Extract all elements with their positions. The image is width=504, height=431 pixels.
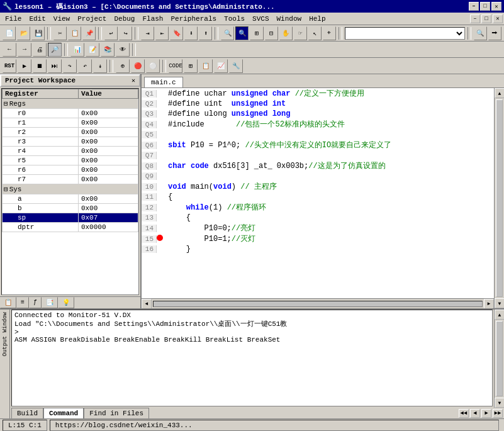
rst-btn[interactable]: RST: [3, 59, 16, 73]
inner-close-btn[interactable]: ✕: [493, 14, 503, 23]
h-scrollbar[interactable]: ◄ ►: [142, 298, 494, 308]
minimize-button[interactable]: –: [469, 2, 479, 11]
view-btn2[interactable]: ⊟: [265, 26, 278, 40]
run-btn[interactable]: ▶: [18, 59, 31, 73]
search-btn[interactable]: 🔍: [474, 26, 487, 40]
panel-close-btn[interactable]: ✕: [132, 77, 135, 84]
code-line: 12 while(1) //程序循环: [142, 202, 494, 213]
out-scroll-left2[interactable]: ◄: [470, 409, 480, 418]
save-btn[interactable]: 💾: [31, 26, 45, 40]
scroll-down-btn[interactable]: ▼: [495, 298, 504, 308]
perf-btn[interactable]: 📈: [214, 59, 228, 73]
menu-debug[interactable]: Debug: [110, 14, 138, 24]
outdent-btn[interactable]: ⇤: [155, 26, 169, 40]
disasm-btn[interactable]: ⊞: [184, 59, 198, 73]
select-btn[interactable]: ↖: [308, 26, 322, 40]
scroll-right-btn[interactable]: ►: [484, 299, 494, 309]
back-btn[interactable]: ←: [3, 43, 16, 57]
step-into-btn[interactable]: ↡: [93, 59, 107, 73]
menu-svcs[interactable]: SVCS: [249, 14, 272, 24]
reg-view-btn[interactable]: 📊: [70, 43, 84, 57]
scroll-left-btn[interactable]: ◄: [142, 299, 152, 309]
menu-project[interactable]: Project: [74, 14, 110, 24]
bookmark-prev-btn[interactable]: ⬆: [199, 26, 212, 40]
menu-tools[interactable]: Tools: [220, 14, 249, 24]
mem-btn[interactable]: 📋: [199, 59, 213, 73]
goto-btn[interactable]: ⮕: [488, 26, 501, 40]
editor-area: main.c Q1#define uchar unsigned char //定…: [142, 74, 504, 308]
cursor-btn[interactable]: ⌖: [323, 26, 336, 40]
step-out-btn[interactable]: ↶: [78, 59, 92, 73]
paste-btn[interactable]: 📌: [82, 26, 96, 40]
out-scroll-up[interactable]: ▲: [495, 310, 504, 320]
menu-edit[interactable]: Edit: [25, 14, 49, 24]
out-scroll-right2[interactable]: ►: [481, 409, 491, 418]
toolbar-1: 📄 📂 💾 ✂ 📋 📌 ↩ ↪ ⇥ ⇤ 🔖 ⬇ ⬆ 🔍 🔍 ⊞ ⊟ ✋ ☞ ↖ …: [0, 25, 504, 42]
stack-btn[interactable]: 📚: [101, 43, 115, 57]
output-tab-command[interactable]: Command: [43, 408, 84, 418]
hand-tool[interactable]: ✋: [279, 26, 293, 40]
open-btn[interactable]: 📂: [17, 26, 30, 40]
out-scroll-left[interactable]: ◄◄: [459, 409, 469, 418]
out-scroll-down[interactable]: ▼: [495, 398, 504, 408]
scroll-up-btn[interactable]: ▲: [495, 88, 504, 98]
out-scroll-right[interactable]: ►►: [493, 409, 503, 418]
inspect-btn[interactable]: 🔎: [48, 43, 62, 57]
magnify-btn[interactable]: 🔍: [235, 26, 249, 40]
close-button[interactable]: ✕: [491, 2, 501, 11]
disable-bp-btn[interactable]: ⚪: [146, 59, 160, 73]
logic-btn[interactable]: 🔧: [229, 59, 243, 73]
table-row: b0x00: [3, 204, 138, 213]
stop-btn[interactable]: ⏹: [33, 59, 47, 73]
undo-btn[interactable]: ↩: [104, 26, 118, 40]
print-btn[interactable]: 🖨: [33, 43, 47, 57]
line-content: void main(void) // 主程序: [164, 181, 277, 192]
v-scrollbar[interactable]: ▲ ▼: [494, 88, 504, 308]
maximize-button[interactable]: □: [480, 2, 490, 11]
menu-flash[interactable]: Flash: [138, 14, 167, 24]
cursor-pos-btn[interactable]: ⊕: [116, 59, 130, 73]
panel-body: Register Value ⊟Regsr00x00r10x00r20x00r3…: [1, 88, 139, 295]
reg-view-tab[interactable]: 📋: [0, 297, 16, 308]
step-btn[interactable]: ⏭: [48, 59, 62, 73]
editor-main[interactable]: Q1#define uchar unsigned char //定义一下方便使用…: [142, 88, 494, 308]
table-row: dptr0x0000: [3, 223, 138, 232]
watch-btn[interactable]: 👁: [116, 43, 130, 57]
redo-btn[interactable]: ↪: [119, 26, 132, 40]
pan-btn[interactable]: ☞: [294, 26, 307, 40]
indent-btn[interactable]: ⇥: [141, 26, 154, 40]
output-v-scroll[interactable]: ▲ ▼: [494, 310, 504, 408]
ref-tab[interactable]: 💡: [58, 297, 74, 308]
templ-tab[interactable]: 📑: [42, 297, 58, 308]
output-tab-find[interactable]: Find in Files: [84, 408, 149, 418]
menu-view[interactable]: View: [50, 14, 74, 24]
menu-window[interactable]: Window: [273, 14, 306, 24]
table-row: r30x00: [3, 137, 138, 147]
inner-restore-btn[interactable]: □: [481, 14, 491, 23]
view-btn1[interactable]: ⊞: [250, 26, 263, 40]
func-tab[interactable]: ƒ: [29, 297, 42, 308]
output-body[interactable]: Connected to Monitor-51 V.DXLoad "C:\\Do…: [11, 310, 493, 406]
output-tab-build[interactable]: Build: [11, 408, 43, 418]
output-toggle-icon[interactable]: Output Window: [2, 312, 8, 356]
proj-tab[interactable]: ≡: [16, 297, 29, 308]
scroll-thumb[interactable]: [496, 99, 503, 297]
editor-tab-main[interactable]: main.c: [144, 77, 183, 87]
inner-minimize-btn[interactable]: –: [470, 14, 480, 23]
forward-btn[interactable]: →: [18, 43, 31, 57]
breakpt-btn[interactable]: 🔴: [131, 59, 145, 73]
cut-btn[interactable]: ✂: [53, 26, 67, 40]
zoom-btn[interactable]: 🔍: [221, 26, 234, 40]
bookmark-next-btn[interactable]: ⬇: [184, 26, 198, 40]
copy-btn[interactable]: 📋: [68, 26, 81, 40]
menu-peripherals[interactable]: Peripherals: [167, 14, 220, 24]
bookmark-btn[interactable]: 🔖: [170, 26, 183, 40]
target-dropdown[interactable]: [345, 27, 465, 40]
table-row: r40x00: [3, 147, 138, 156]
step-over-btn[interactable]: ↷: [63, 59, 77, 73]
menu-file[interactable]: File: [1, 14, 25, 24]
show-code-btn[interactable]: CODE: [169, 59, 182, 73]
new-file-btn[interactable]: 📄: [3, 26, 16, 40]
menu-help[interactable]: Help: [305, 14, 329, 24]
mem-view-btn[interactable]: 📝: [86, 43, 99, 57]
